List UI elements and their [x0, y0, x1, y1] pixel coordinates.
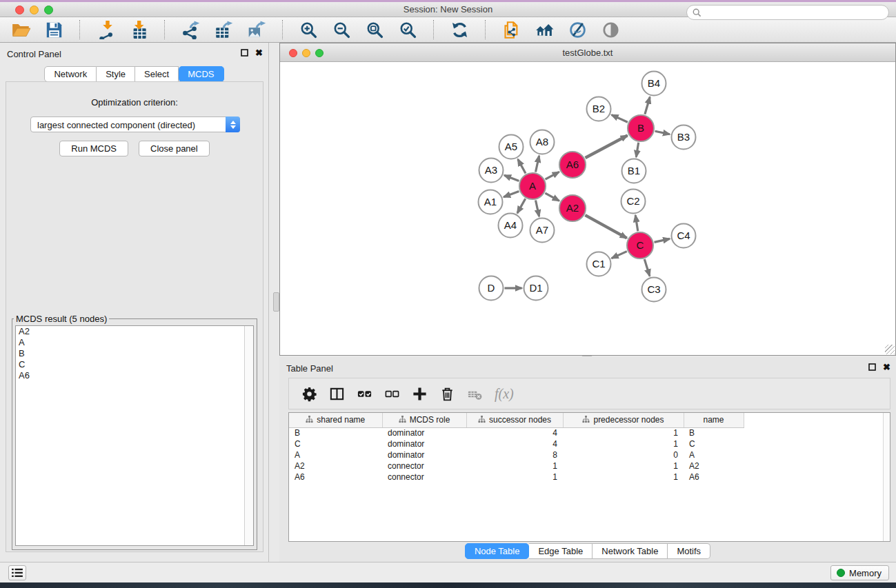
table-cell[interactable]: A2	[289, 460, 382, 472]
column-header-predecessor-nodes[interactable]: predecessor nodes	[563, 413, 684, 427]
table-cell[interactable]: A6	[289, 472, 382, 483]
table-cell[interactable]: 1	[563, 460, 684, 472]
zoom-in-button[interactable]	[296, 19, 321, 40]
graph-node-D1[interactable]: D1	[524, 276, 548, 301]
float-panel-button[interactable]	[241, 49, 248, 57]
table-cell[interactable]: 1	[466, 460, 563, 472]
mcds-result-item[interactable]: A6	[16, 370, 253, 381]
export-image-button[interactable]	[244, 19, 269, 40]
column-header-successor-nodes[interactable]: successor nodes	[466, 413, 563, 427]
graph-edge-A6-B[interactable]	[586, 135, 628, 158]
table-cell[interactable]: dominator	[382, 449, 466, 460]
add-column-button[interactable]	[412, 383, 428, 404]
table-cell[interactable]: connector	[382, 460, 466, 472]
export-table-button[interactable]	[211, 19, 236, 40]
table-cell[interactable]: A	[684, 449, 744, 460]
zoom-selected-button[interactable]	[395, 19, 420, 40]
tab-style[interactable]: Style	[97, 66, 135, 82]
search-input[interactable]	[686, 5, 889, 20]
table-tab-edge-table[interactable]: Edge Table	[529, 543, 593, 559]
graph-edge-A-A8[interactable]	[536, 156, 539, 172]
graph-edge-A-A1[interactable]	[504, 191, 519, 196]
import-network-button[interactable]	[93, 19, 118, 40]
table-cell[interactable]: 1	[563, 472, 684, 483]
column-header-shared-name[interactable]: shared name	[289, 413, 382, 427]
deselect-all-rows-button[interactable]	[384, 383, 400, 404]
graph-edge-B-B1[interactable]	[636, 143, 638, 157]
table-cell[interactable]: 8	[466, 449, 563, 460]
graph-edge-A-A7[interactable]	[536, 201, 539, 217]
graph-edge-A-A2[interactable]	[545, 193, 559, 201]
window-resize-grip[interactable]	[885, 345, 895, 354]
graph-node-C[interactable]: C	[627, 232, 653, 258]
tab-network[interactable]: Network	[44, 66, 97, 82]
table-row[interactable]: A6connector11A6	[289, 472, 744, 483]
first-neighbors-button[interactable]	[532, 19, 557, 40]
table-settings-button[interactable]	[301, 383, 317, 404]
graph-node-A5[interactable]: A5	[499, 135, 524, 159]
table-cell[interactable]: dominator	[382, 438, 466, 449]
table-cell[interactable]: 4	[466, 427, 563, 438]
result-list-scrollbar[interactable]	[244, 326, 253, 545]
graph-node-A1[interactable]: A1	[479, 190, 503, 214]
table-row[interactable]: Cdominator41C	[289, 438, 744, 449]
table-tab-motifs[interactable]: Motifs	[668, 543, 710, 559]
task-history-button[interactable]	[8, 565, 26, 580]
graph-node-B1[interactable]: B1	[622, 159, 646, 183]
table-row[interactable]: Bdominator41B	[289, 427, 744, 438]
table-cell[interactable]: A6	[684, 472, 744, 483]
graph-node-B[interactable]: B	[628, 115, 654, 141]
graph-node-B4[interactable]: B4	[642, 72, 666, 96]
mcds-result-item[interactable]: A2	[16, 326, 253, 337]
graph-node-A8[interactable]: A8	[530, 130, 555, 154]
save-session-button[interactable]	[41, 19, 66, 40]
table-scrollbar[interactable]	[883, 413, 890, 541]
show-all-button[interactable]	[598, 19, 623, 40]
mcds-result-item[interactable]: C	[16, 359, 253, 370]
refresh-network-button[interactable]	[447, 19, 472, 40]
toggle-columns-button[interactable]	[329, 383, 345, 404]
run-mcds-button[interactable]: Run MCDS	[59, 141, 128, 156]
import-table-button[interactable]	[126, 19, 151, 40]
graph-node-C4[interactable]: C4	[672, 224, 696, 248]
table-cell[interactable]: connector	[382, 472, 466, 483]
open-session-button[interactable]	[8, 19, 33, 40]
graph-edge-A-A5[interactable]	[518, 159, 526, 174]
graph-edge-C-C3[interactable]	[644, 259, 650, 276]
float-table-panel-button[interactable]	[868, 363, 876, 371]
table-tab-node-table[interactable]: Node Table	[465, 543, 530, 559]
close-panel-button[interactable]: ✖	[255, 48, 263, 57]
memory-button[interactable]: Memory	[830, 565, 889, 580]
table-cell[interactable]: A	[289, 449, 382, 460]
graph-edge-C-C1[interactable]	[612, 252, 627, 258]
graph-edge-C-C4[interactable]	[655, 239, 670, 242]
graph-node-A3[interactable]: A3	[479, 159, 504, 183]
graph-node-A7[interactable]: A7	[530, 219, 555, 243]
table-tab-network-table[interactable]: Network Table	[593, 543, 668, 559]
graph-edge-A-A6[interactable]	[546, 172, 559, 179]
table-row[interactable]: Adominator80A	[289, 449, 744, 460]
table-cell[interactable]: C	[684, 438, 744, 449]
mcds-result-item[interactable]: B	[16, 348, 253, 359]
delete-columns-button[interactable]	[439, 383, 455, 404]
graph-node-B3[interactable]: B3	[672, 125, 696, 150]
tab-select[interactable]: Select	[135, 66, 179, 82]
table-cell[interactable]: B	[684, 427, 744, 438]
graph-edge-B-B4[interactable]	[645, 97, 650, 114]
graph-node-D[interactable]: D	[479, 276, 504, 301]
panel-divider-handle[interactable]	[273, 292, 279, 312]
graph-edge-C-C2[interactable]	[635, 215, 638, 231]
graph-edge-B-B2[interactable]	[612, 115, 628, 123]
table-cell[interactable]: 1	[563, 427, 684, 438]
table-cell[interactable]: C	[289, 438, 382, 449]
select-all-rows-button[interactable]	[357, 383, 372, 404]
graph-node-A2[interactable]: A2	[559, 195, 586, 221]
graph-node-A6[interactable]: A6	[559, 152, 586, 178]
clone-network-button[interactable]	[499, 19, 524, 40]
zoom-fit-button[interactable]	[362, 19, 387, 40]
table-cell[interactable]: A2	[684, 460, 744, 472]
graph-edge-A-A3[interactable]	[504, 175, 519, 181]
table-cell[interactable]: 1	[563, 438, 684, 449]
export-network-button[interactable]	[178, 19, 203, 40]
close-panel-action-button[interactable]: Close panel	[139, 141, 210, 156]
